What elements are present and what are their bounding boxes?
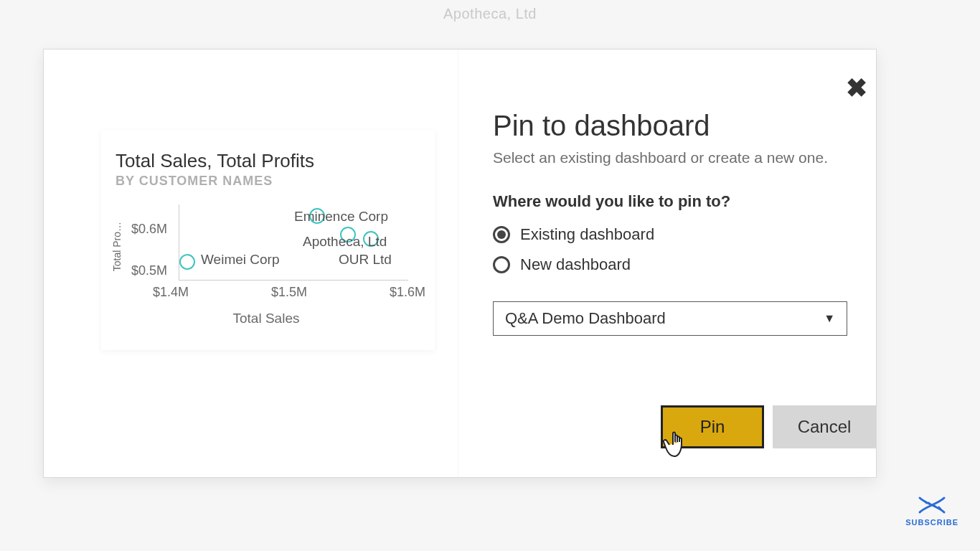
svg-line-2 <box>934 505 937 508</box>
chart-y-tick: $0.6M <box>131 222 167 237</box>
chart-point-weimei <box>179 254 195 270</box>
background-breadcrumb: Apotheca, Ltd <box>443 6 537 22</box>
chart-x-tick: $1.4M <box>153 285 189 300</box>
dialog-title: Pin to dashboard <box>493 110 847 142</box>
close-icon[interactable]: ✖ <box>846 75 867 101</box>
radio-new-dashboard[interactable]: New dashboard <box>493 250 847 280</box>
dialog-question: Where would you like to pin to? <box>493 192 847 211</box>
chart-plot-area: Total Pro… $0.6M $0.5M Eminence Corp Apo… <box>116 202 417 309</box>
chart-label-eminence: Eminence Corp <box>294 209 388 225</box>
dialog-subtitle: Select an existing dashboard or create a… <box>493 149 847 166</box>
chart-label-weimei: Weimei Corp <box>201 252 279 268</box>
chart-label-our: OUR Ltd <box>339 252 392 268</box>
radio-existing-dashboard[interactable]: Existing dashboard <box>493 220 847 250</box>
chart-x-axis-label: Total Sales <box>116 311 417 326</box>
radio-icon <box>493 256 510 273</box>
radio-label: New dashboard <box>520 255 631 274</box>
dialog-preview-pane: Total Sales, Total Profits BY CUSTOMER N… <box>44 50 458 477</box>
dialog-actions: Pin Cancel <box>661 405 876 448</box>
chart-y-tick: $0.5M <box>131 263 167 278</box>
pin-button[interactable]: Pin <box>661 405 764 448</box>
chart-title: Total Sales, Total Profits <box>116 150 420 172</box>
dialog-form-pane: ✖ Pin to dashboard Select an existing da… <box>458 50 887 477</box>
dna-icon <box>917 495 947 515</box>
cancel-button[interactable]: Cancel <box>773 405 876 448</box>
chart-subtitle: BY CUSTOMER NAMES <box>116 174 420 189</box>
chart-axes: Eminence Corp Apotheca, Ltd Weimei Corp … <box>179 204 408 281</box>
chart-label-apotheca: Apotheca, Ltd <box>303 234 387 250</box>
chart-y-axis-label: Total Pro… <box>111 222 123 271</box>
chart-x-tick: $1.5M <box>271 285 307 300</box>
chart-x-ticks: $1.4M $1.5M $1.6M <box>153 285 425 300</box>
chevron-down-icon: ▼ <box>824 312 835 325</box>
dashboard-select[interactable]: Q&A Demo Dashboard ▼ <box>493 301 847 336</box>
chart-x-tick: $1.6M <box>390 285 425 300</box>
radio-icon <box>493 226 510 243</box>
pin-target-radio-group: Existing dashboard New dashboard <box>493 220 847 280</box>
dashboard-select-value: Q&A Demo Dashboard <box>505 309 666 328</box>
pin-to-dashboard-dialog: Total Sales, Total Profits BY CUSTOMER N… <box>43 49 877 478</box>
chart-preview-card: Total Sales, Total Profits BY CUSTOMER N… <box>101 130 435 350</box>
subscribe-badge[interactable]: SUBSCRIBE <box>905 495 958 527</box>
radio-label: Existing dashboard <box>520 225 654 244</box>
subscribe-label: SUBSCRIBE <box>905 518 958 527</box>
